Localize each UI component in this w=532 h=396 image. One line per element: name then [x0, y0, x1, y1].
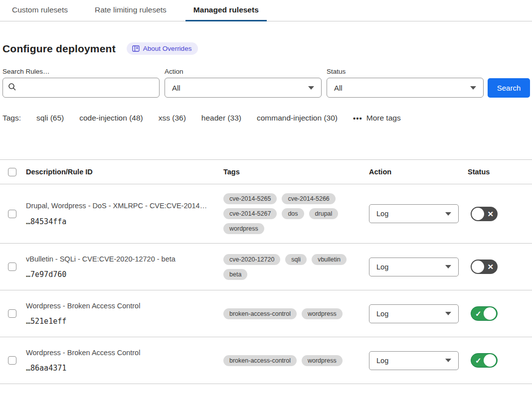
- check-icon: ✓: [475, 357, 482, 364]
- rule-tag-pill: cve-2020-12720: [223, 254, 280, 265]
- more-tags-label: More tags: [366, 114, 401, 123]
- rule-description: Wordpress - Broken Access Control: [26, 348, 211, 358]
- about-overrides-label: About Overrides: [143, 45, 192, 52]
- tag-filter-link[interactable]: code-injection (48): [79, 114, 143, 123]
- rule-action-select[interactable]: Log: [369, 258, 459, 276]
- action-filter-group: Action All: [165, 68, 322, 98]
- search-button[interactable]: Search: [488, 78, 530, 98]
- row-checkbox[interactable]: [8, 210, 16, 218]
- status-toggle[interactable]: ✕: [471, 207, 498, 221]
- table-header: Description/Rule ID Tags Action Status: [0, 159, 532, 184]
- rule-tag-pill: cve-2014-5265: [223, 193, 277, 204]
- rule-description: Wordpress - Broken Access Control: [26, 301, 211, 311]
- rule-description-cell: Wordpress - Broken Access Control…521e1e…: [26, 301, 223, 326]
- rule-tag-pill: wordpress: [302, 308, 343, 319]
- action-filter-value: All: [172, 84, 180, 92]
- tab-managed-rulesets[interactable]: Managed rulesets: [185, 0, 267, 21]
- table-row: vBulletin - SQLi - CVE:CVE-2020-12720 - …: [0, 244, 532, 290]
- search-label: Search Rules…: [2, 68, 160, 75]
- rule-description-cell: Wordpress - Broken Access Control…86aa43…: [26, 348, 223, 373]
- status-filter-label: Status: [327, 68, 484, 75]
- toggle-knob: [484, 354, 496, 367]
- more-tags-button[interactable]: ••• More tags: [353, 114, 401, 123]
- heading-row: Configure deployment About Overrides: [2, 42, 532, 55]
- search-input[interactable]: [16, 78, 154, 97]
- rule-tags-cell: broken-access-controlwordpress: [223, 308, 369, 319]
- search-icon: [8, 83, 16, 93]
- col-description: Description/Rule ID: [26, 168, 223, 176]
- select-all-checkbox[interactable]: [8, 168, 16, 176]
- col-tags: Tags: [223, 168, 369, 176]
- toggle-knob: [484, 307, 496, 320]
- page-title: Configure deployment: [2, 43, 116, 55]
- managed-rulesets-page: Custom rulesetsRate limiting rulesetsMan…: [0, 0, 532, 396]
- action-filter-label: Action: [165, 68, 322, 75]
- rule-action-value: Log: [376, 210, 388, 218]
- row-checkbox[interactable]: [8, 356, 16, 365]
- table-row: Drupal, Wordpress - DoS - XMLRPC - CVE:C…: [0, 184, 532, 244]
- rule-tag-pill: cve-2014-5266: [282, 193, 335, 204]
- rule-tag-pill: drupal: [309, 208, 339, 219]
- about-overrides-link[interactable]: About Overrides: [127, 42, 198, 55]
- search-group: Search Rules…: [2, 68, 160, 98]
- rule-tag-pill: wordpress: [223, 223, 264, 234]
- rule-tag-pill: vbulletin: [312, 254, 347, 265]
- rule-action-value: Log: [376, 310, 388, 318]
- rules-table: Description/Rule ID Tags Action Status D…: [0, 159, 532, 384]
- tag-filter-link[interactable]: command-injection (30): [257, 114, 338, 123]
- status-filter-select[interactable]: All: [327, 78, 484, 98]
- tags-bar: Tags: sqli (65)code-injection (48)xss (3…: [2, 114, 532, 123]
- rule-tags-cell: cve-2020-12720sqlivbulletinbeta: [223, 254, 369, 280]
- tag-filter-link[interactable]: xss (36): [159, 114, 186, 123]
- chevron-down-icon: [470, 86, 476, 90]
- rule-id: …7e97d760: [26, 270, 211, 279]
- status-toggle[interactable]: ✓: [471, 306, 498, 321]
- rule-tags-cell: cve-2014-5265cve-2014-5266cve-2014-5267d…: [223, 193, 369, 234]
- chevron-down-icon: [308, 86, 314, 90]
- search-field: [2, 78, 160, 98]
- status-toggle[interactable]: ✕: [471, 260, 498, 274]
- status-filter-value: All: [334, 84, 343, 92]
- rule-id: …84534ffa: [26, 217, 211, 226]
- tag-links: sqli (65)code-injection (48)xss (36)head…: [36, 114, 338, 123]
- chevron-down-icon: [445, 359, 451, 362]
- rule-tag-pill: cve-2014-5267: [223, 208, 277, 219]
- x-icon: ✕: [487, 210, 494, 218]
- rule-tag-pill: dos: [282, 208, 304, 219]
- table-row: Wordpress - Broken Access Control…86aa43…: [0, 337, 532, 384]
- chevron-down-icon: [445, 265, 451, 268]
- book-icon: [132, 45, 140, 52]
- chevron-down-icon: [445, 312, 451, 315]
- status-toggle[interactable]: ✓: [471, 353, 498, 368]
- table-row: Wordpress - Broken Access Control…521e1e…: [0, 290, 532, 337]
- rule-action-select[interactable]: Log: [369, 304, 459, 323]
- toggle-knob: [472, 208, 484, 220]
- rule-description: vBulletin - SQLi - CVE:CVE-2020-12720 - …: [26, 255, 211, 264]
- rule-id: …521e1eff: [26, 317, 211, 326]
- action-filter-select[interactable]: All: [165, 78, 322, 98]
- ellipsis-icon: •••: [353, 114, 362, 123]
- rule-description: Drupal, Wordpress - DoS - XMLRPC - CVE:C…: [26, 201, 211, 211]
- rule-action-value: Log: [376, 263, 388, 271]
- col-action: Action: [369, 168, 468, 176]
- row-checkbox[interactable]: [8, 309, 16, 318]
- tag-filter-link[interactable]: sqli (65): [36, 114, 64, 123]
- rule-tag-pill: broken-access-control: [223, 355, 297, 366]
- ruleset-tabs: Custom rulesetsRate limiting rulesetsMan…: [0, 0, 532, 21]
- row-checkbox[interactable]: [8, 263, 16, 271]
- tab-rate-limiting-rulesets[interactable]: Rate limiting rulesets: [87, 0, 175, 21]
- chevron-down-icon: [445, 212, 451, 216]
- rule-tag-pill: sqli: [285, 254, 307, 265]
- col-status: Status: [468, 168, 532, 176]
- filter-bar: Search Rules… Action All Status: [2, 68, 530, 98]
- tab-custom-rulesets[interactable]: Custom rulesets: [4, 0, 76, 21]
- tag-filter-link[interactable]: header (33): [201, 114, 241, 123]
- rule-id: …86aa4371: [26, 364, 211, 373]
- rule-tag-pill: wordpress: [302, 355, 343, 366]
- rule-description-cell: Drupal, Wordpress - DoS - XMLRPC - CVE:C…: [26, 201, 223, 226]
- toggle-knob: [472, 261, 484, 273]
- rule-action-select[interactable]: Log: [369, 351, 459, 370]
- rule-action-select[interactable]: Log: [369, 204, 459, 223]
- rule-description-cell: vBulletin - SQLi - CVE:CVE-2020-12720 - …: [26, 255, 223, 279]
- rule-action-value: Log: [376, 357, 388, 365]
